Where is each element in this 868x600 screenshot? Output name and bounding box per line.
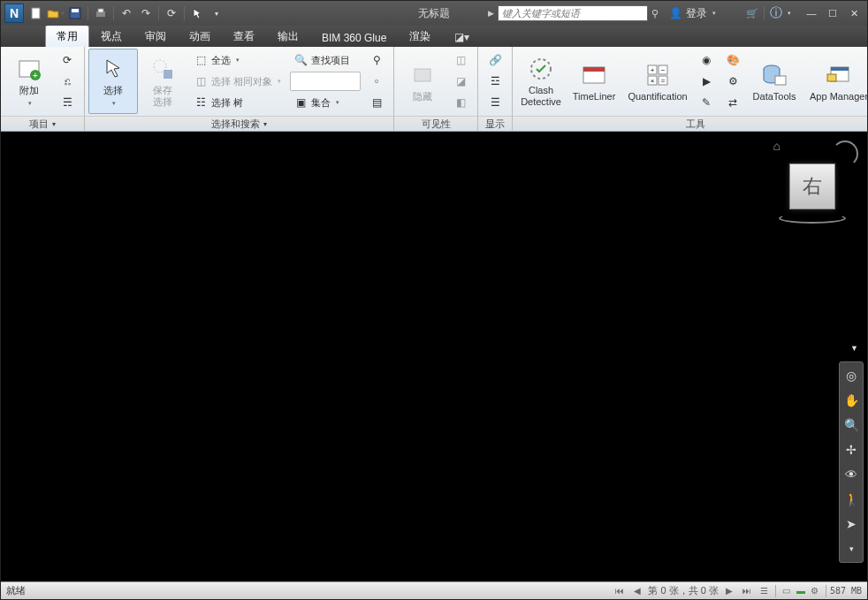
svg-rect-13 <box>583 67 605 72</box>
find-next-button[interactable]: ⚲ <box>366 50 387 70</box>
orbit-icon[interactable]: ✢ <box>841 440 861 459</box>
search-input[interactable] <box>498 5 648 21</box>
hide-unselected-button[interactable]: ◫ <box>450 50 471 70</box>
sheet-last-icon[interactable]: ⏭ <box>740 585 754 597</box>
file-options-button[interactable]: ☴ <box>57 93 78 112</box>
help-icon[interactable]: ⓘ <box>770 5 782 21</box>
find-items-button[interactable]: 🔍查找项目 <box>290 50 361 70</box>
navbar-more-icon[interactable]: ▾ <box>841 539 861 558</box>
look-icon[interactable]: 👁 <box>841 465 861 484</box>
selection-tree-button[interactable]: ☷选择 树 <box>190 93 285 112</box>
perf-indicator-1-icon[interactable]: ▭ <box>780 585 794 597</box>
perf-toggle-icon[interactable]: ⚙ <box>808 585 822 597</box>
sheet-browser-icon[interactable]: ☰ <box>758 585 772 597</box>
reset-button[interactable]: ⎌ <box>57 72 78 91</box>
viewcube-base[interactable] <box>779 213 846 224</box>
ribbon-group-visibility: 隐藏 ◫ ◪ ◧ 可见性 <box>394 47 478 131</box>
quick-props-button[interactable]: ☲ <box>484 72 506 91</box>
exchange-icon[interactable]: 🛒 <box>746 8 758 19</box>
tab-extra-button[interactable]: ◪▾ <box>449 27 475 47</box>
properties-button[interactable]: ☰ <box>484 93 506 112</box>
profiler-icon: 🎨 <box>726 53 740 67</box>
animator-icon: ▶ <box>699 74 713 88</box>
clash-detective-button[interactable]: Clash Detective <box>516 49 566 114</box>
quantification-icon: +−×= <box>643 61 672 89</box>
find-icon: 🔍 <box>293 53 308 67</box>
svg-text:+: + <box>651 66 655 74</box>
props-icon: ☰ <box>488 95 502 110</box>
refresh-icon[interactable]: ⟳ <box>163 4 180 22</box>
undo-icon[interactable]: ↶ <box>118 4 135 22</box>
quantification-button[interactable]: +−×= Quantification <box>622 49 693 114</box>
unhide-button[interactable]: ◪ <box>450 72 471 91</box>
maximize-button[interactable]: ☐ <box>823 5 842 21</box>
quickprops-icon: ☲ <box>488 74 502 88</box>
tab-home[interactable]: 常用 <box>45 25 89 47</box>
open-icon[interactable]: ▾ <box>47 4 65 22</box>
search-chevron-icon[interactable]: ▶ <box>488 9 494 18</box>
sets-manage-button[interactable]: ▤ <box>366 93 387 112</box>
quick-find-input[interactable] <box>290 72 361 91</box>
hide-button[interactable]: 隐藏 <box>398 49 447 114</box>
tab-viewpoint[interactable]: 视点 <box>89 25 133 47</box>
sheet-first-icon[interactable]: ⏮ <box>613 585 627 597</box>
tab-output[interactable]: 输出 <box>266 25 310 47</box>
tab-bim360[interactable]: BIM 360 Glue <box>310 27 398 47</box>
tab-animation[interactable]: 动画 <box>178 25 222 47</box>
titlebar: N ▾ ↶ ↷ ⟳ ▾ 无标题 ▶ ⚲ 👤 登录 ▾ <box>1 1 867 26</box>
close-button[interactable]: ✕ <box>844 5 864 21</box>
save-icon[interactable] <box>66 4 84 22</box>
memory-usage: 587 MB <box>830 586 862 596</box>
tab-view[interactable]: 查看 <box>222 25 266 47</box>
print-icon[interactable] <box>92 4 110 22</box>
steering-wheel-icon[interactable]: ◎ <box>841 366 861 385</box>
select-nav-icon[interactable]: ➤ <box>841 514 861 534</box>
sets-dropdown[interactable]: ▣集合▾ <box>290 93 361 112</box>
compare-icon: ⇄ <box>726 95 740 110</box>
zoom-icon[interactable]: 🔍 <box>841 415 861 435</box>
viewcube-compass-icon[interactable] <box>832 141 858 167</box>
sheet-nav: ⏮ ◀ 第 0 张，共 0 张 ▶ ⏭ <box>613 584 753 597</box>
sheet-next-icon[interactable]: ▶ <box>722 585 736 597</box>
navbar-expand-icon[interactable]: ▼ <box>850 344 858 353</box>
find-filter-button[interactable]: ⚬ <box>366 72 387 91</box>
viewcube-home-icon[interactable]: ⌂ <box>773 139 780 153</box>
appearance-profiler-button[interactable]: 🎨 <box>722 50 743 70</box>
sheet-prev-icon[interactable]: ◀ <box>630 585 644 597</box>
append-button[interactable]: + 附加▾ <box>4 49 54 114</box>
save-selection-button[interactable]: 保存 选择 <box>138 49 187 114</box>
compare-button[interactable]: ⇄ <box>722 93 743 112</box>
walk-icon[interactable]: 🚶 <box>841 490 861 509</box>
pan-icon[interactable]: ✋ <box>841 391 861 410</box>
app-menu-button[interactable]: N <box>4 4 24 23</box>
tab-review[interactable]: 审阅 <box>133 25 178 47</box>
search-icon: ⚲ <box>369 53 384 67</box>
select-button[interactable]: 选择▾ <box>88 49 138 114</box>
qat-more-icon[interactable]: ▾ <box>208 4 225 22</box>
viewport[interactable]: ⌂ 右 ▼ ◎ ✋ 🔍 ✢ 👁 🚶 ➤ ▾ <box>1 132 867 581</box>
infocenter-icon[interactable]: ⚲ <box>651 8 659 19</box>
new-icon[interactable] <box>27 4 45 22</box>
require-icon: ◧ <box>453 95 468 110</box>
minimize-button[interactable]: — <box>802 5 821 21</box>
animator-button[interactable]: ▶ <box>696 72 717 91</box>
scripter-button[interactable]: ✎ <box>696 93 717 112</box>
viewcube[interactable]: 右 <box>789 163 835 209</box>
links-button[interactable]: 🔗 <box>484 50 506 70</box>
select-all-button[interactable]: ⬚全选▾ <box>190 50 285 70</box>
save-selection-icon <box>148 55 177 83</box>
redo-icon[interactable]: ↷ <box>137 4 155 22</box>
tree-icon: ☷ <box>194 95 208 110</box>
refresh-model-button[interactable]: ⟳ <box>57 50 78 70</box>
autodesk-rendering-button[interactable]: ◉ <box>696 50 717 70</box>
app-manager-button[interactable]: App Manager <box>803 49 868 114</box>
perf-indicator-2-icon[interactable]: ▬ <box>794 585 808 597</box>
require-button[interactable]: ◧ <box>450 93 471 112</box>
timeliner-button[interactable]: TimeLiner <box>566 49 622 114</box>
pointer-icon[interactable] <box>188 4 206 22</box>
batch-utility-button[interactable]: ⚙ <box>722 72 743 91</box>
datatools-button[interactable]: DataTools <box>746 49 803 114</box>
tab-render[interactable]: 渲染 <box>398 25 442 47</box>
select-same-button[interactable]: ◫选择 相同对象▾ <box>190 72 285 91</box>
login-button[interactable]: 👤 登录 ▾ <box>669 6 716 21</box>
